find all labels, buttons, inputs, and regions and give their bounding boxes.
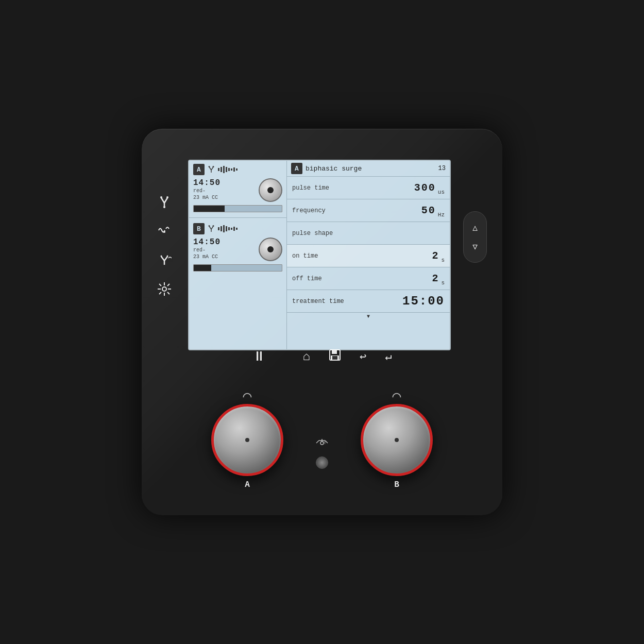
channel-a-block: A [189,161,286,215]
svg-rect-43 [228,227,230,230]
param-row-treatment-time[interactable]: treatment time 15:00 [287,290,450,313]
param-label-pulse-shape: pulse shape [292,230,445,237]
param-unit-frequency: Hz [438,212,445,219]
channel-b-info: 14:50 red-23 mA CC [193,238,282,261]
svg-rect-48 [332,350,337,354]
svg-line-53 [316,440,319,443]
param-row-off-time[interactable]: off time 2 s [287,267,450,290]
knob-a-label: A [245,480,250,489]
param-row-pulse-time[interactable]: pulse time 300 us [287,177,450,199]
save-button[interactable] [329,349,341,365]
scroll-down-indicator: ▼ [287,313,450,320]
svg-rect-42 [226,226,227,231]
param-row-on-time[interactable]: on time 2 s [287,245,450,267]
laser-burst-icon[interactable] [157,282,172,296]
svg-line-8 [161,257,164,261]
knob-b-label: B [394,480,399,489]
svg-point-25 [213,166,214,167]
channel-a-bar [193,205,282,212]
param-unit-on-time: s [441,257,445,264]
nav-up-button[interactable]: △ [472,223,478,233]
svg-line-17 [167,292,170,294]
svg-rect-26 [218,168,219,171]
svg-rect-30 [228,168,230,171]
param-label-on-time: on time [292,252,432,260]
param-value-pulse-time: 300 [414,182,436,194]
svg-line-36 [211,226,213,229]
enter-button[interactable]: ↵ [385,350,392,364]
param-value-on-time: 2 [432,250,439,262]
param-mode-number: 13 [438,165,446,172]
nav-buttons: △ ▽ [463,211,487,263]
svg-line-9 [164,257,167,261]
control-bar: ⏸ ⌂ ↩ ↵ [142,342,502,371]
knob-b-assembly: ⌒ B [361,389,433,489]
svg-point-20 [162,287,166,291]
sidebar-icons [157,196,172,296]
channel-a-info: 14:50 red-23 mA CC [193,178,282,202]
svg-point-10 [161,256,162,257]
pause-button[interactable]: ⏸ [252,348,266,365]
svg-line-23 [211,167,213,170]
channel-a-electrode-icon [208,166,215,173]
svg-point-3 [160,196,162,198]
channel-a-dial [259,178,282,202]
param-unit-off-time: s [441,280,445,287]
channel-b-letter: B [193,223,205,234]
knob-b[interactable] [361,404,433,476]
signal-wave-icon[interactable] [157,225,172,236]
knob-a[interactable] [211,404,283,476]
channel-a-waveform-icon [218,166,239,173]
svg-rect-32 [233,167,235,172]
laser-t-icon: T [314,439,330,449]
home-button[interactable]: ⌂ [303,350,310,364]
param-row-frequency[interactable]: frequency 50 Hz [287,199,450,222]
svg-rect-29 [226,167,227,172]
channel-a-letter: A [193,164,205,175]
param-row-pulse-shape[interactable]: pulse shape [287,222,450,245]
param-mode-name: biphasic surge [306,165,435,173]
svg-line-22 [209,167,211,170]
param-value-off-time: 2 [432,273,439,284]
param-header: A biphasic surge 13 [287,161,450,177]
svg-line-35 [209,226,211,229]
channel-a-bar-fill [194,206,225,212]
svg-rect-50 [332,356,337,360]
knob-a-assembly: ⌒ A [211,389,283,489]
svg-point-24 [209,166,210,167]
channel-b-time: 14:50 [193,238,255,247]
svg-point-37 [209,225,210,227]
channel-divider [189,217,286,218]
save-icon [329,349,341,361]
svg-rect-27 [221,167,222,172]
svg-rect-40 [221,226,222,231]
svg-rect-28 [223,166,225,173]
svg-point-11 [167,256,168,257]
electrode-signal-icon[interactable] [157,252,172,266]
svg-rect-45 [233,227,235,231]
svg-point-4 [166,196,168,198]
param-label-frequency: frequency [292,207,421,214]
channel-b-block: B [189,220,286,275]
svg-line-2 [164,198,167,203]
back-button[interactable]: ↩ [360,350,366,364]
param-label-treatment-time: treatment time [292,298,402,305]
screen-right-panel: A biphasic surge 13 pulse time 300 us fr… [287,161,450,349]
channel-b-dial [259,238,282,261]
channel-b-bar-fill [194,265,211,271]
channel-a-header: A [193,164,282,175]
display-screen: A [188,160,451,350]
svg-rect-44 [231,228,232,230]
laser-dot [316,456,328,469]
knob-b-arc: ⌒ [393,389,401,404]
svg-text:T: T [324,440,326,445]
nav-down-button[interactable]: ▽ [472,242,478,252]
channel-b-electrode-icon [208,225,215,232]
svg-line-1 [161,198,164,203]
svg-rect-33 [236,168,238,171]
electrode-fork-icon[interactable] [157,196,172,208]
channel-b-bar [193,264,282,272]
svg-line-16 [159,284,161,286]
svg-point-6 [163,231,165,233]
param-value-frequency: 50 [421,205,436,216]
